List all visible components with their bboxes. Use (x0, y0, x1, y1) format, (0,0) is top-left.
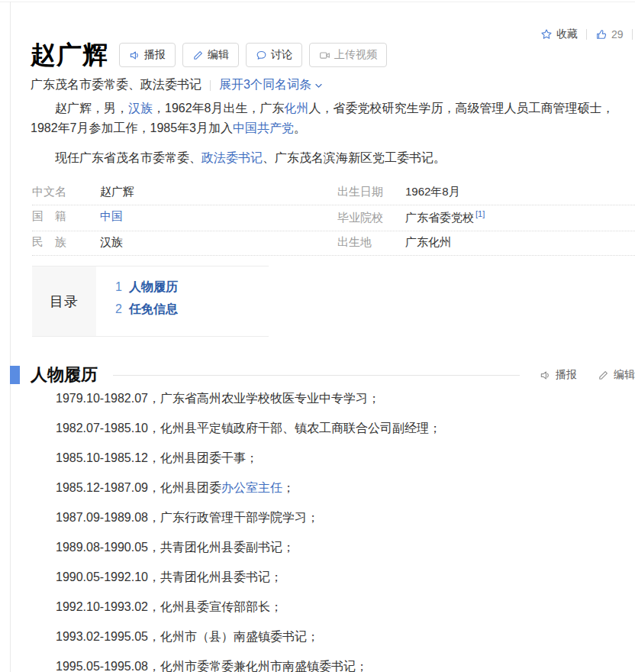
career-list: 1979.10-1982.07，广东省高州农业学校牧医专业中专学习；1982.0… (31, 389, 635, 672)
section-divider (113, 375, 520, 376)
reference-link[interactable]: [1] (475, 209, 485, 218)
pencil-icon (192, 50, 204, 61)
infobox-label: 国 籍 (32, 209, 100, 224)
broadcast-label: 播报 (144, 48, 166, 62)
career-item: 1985.12-1987.09，化州县团委办公室主任； (31, 478, 635, 498)
infobox-label: 民 族 (32, 235, 100, 250)
inline-link[interactable]: 汉族 (128, 102, 153, 115)
infobox-label: 出生地 (337, 235, 405, 250)
section-title: 人物履历 (31, 363, 98, 386)
infobox-value: 汉族 (100, 235, 123, 250)
summary-paragraph-1: 赵广辉，男，汉族，1962年8月出生，广东化州人，省委党校研究生学历，高级管理人… (31, 99, 635, 138)
section-edit-label: 编辑 (614, 368, 635, 382)
subtitle-row: 广东茂名市委常委、政法委书记 展开3个同名词条 (31, 77, 323, 93)
top-action-bar: 收藏 29 (540, 27, 635, 41)
section-marker (10, 366, 20, 384)
thumbs-up-icon (595, 28, 608, 40)
separator (210, 80, 211, 91)
career-item: 1993.02-1995.05，化州市（县）南盛镇委书记； (31, 627, 635, 647)
section-broadcast-button[interactable]: 播报 (540, 368, 577, 382)
section-broadcast-label: 播报 (556, 368, 577, 382)
summary: 赵广辉，男，汉族，1962年8月出生，广东化州人，省委党校研究生学历，高级管理人… (31, 99, 635, 178)
speaker-icon (540, 370, 551, 381)
separator (632, 29, 633, 40)
expand-synonyms-link[interactable]: 展开3个同名词条 (219, 77, 323, 93)
page-title: 赵广辉 (31, 40, 108, 70)
inline-link[interactable]: 办公室主任 (221, 481, 282, 494)
career-item: 1982.07-1985.10，化州县平定镇政府干部、镇农工商联合公司副经理； (31, 418, 635, 438)
upload-video-label: 上传视频 (334, 48, 377, 62)
summary-paragraph-2: 现任广东省茂名市委常委、政法委书记、广东茂名滨海新区党工委书记。 (31, 148, 635, 168)
like-count: 29 (611, 28, 624, 40)
toc-item-career[interactable]: 1 人物履历 (115, 279, 178, 296)
toc-item-label: 任免信息 (129, 302, 178, 318)
star-icon (540, 28, 553, 40)
pencil-icon (598, 370, 609, 381)
infobox-label: 中文名 (32, 185, 100, 199)
title-row: 赵广辉 播报 编辑 讨论 上传视频 (31, 40, 394, 70)
infobox-label: 出生日期 (337, 185, 405, 199)
career-item: 1995.05-1995.08，化州市委常委兼化州市南盛镇委书记； (31, 657, 635, 672)
infobox-row: 民 族 汉族 出生地 广东化州 (32, 231, 635, 256)
infobox-value: 中国 (100, 209, 123, 224)
toc-item-number: 1 (115, 280, 122, 294)
collect-button[interactable]: 收藏 (540, 27, 578, 41)
infobox-row: 国 籍 中国 毕业院校 广东省委党校[1] (32, 205, 635, 231)
infobox-value: 广东化州 (405, 235, 451, 250)
top-border (0, 2, 635, 2)
upload-video-button[interactable]: 上传视频 (309, 43, 387, 67)
discuss-button[interactable]: 讨论 (246, 43, 302, 67)
infobox-row: 中文名 赵广辉 出生日期 1962年8月 (32, 181, 635, 205)
subtitle: 广东茂名市委常委、政法委书记 (31, 77, 201, 93)
broadcast-button[interactable]: 播报 (119, 43, 176, 67)
chat-bubble-icon (256, 50, 267, 61)
infobox-label: 毕业院校 (337, 211, 405, 225)
career-item: 1990.05-1992.10，共青团化州县委书记； (31, 567, 635, 587)
discuss-label: 讨论 (271, 48, 292, 62)
career-item: 1992.10-1993.02，化州县委宣传部部长； (31, 597, 635, 617)
toc-item-label: 人物履历 (129, 279, 178, 296)
edit-label: 编辑 (208, 48, 229, 62)
left-border (10, 2, 11, 672)
separator (586, 29, 587, 40)
table-of-contents: 目录 1 人物履历 2 任免信息 (32, 266, 269, 337)
career-item: 1987.09-1989.08，广东行政管理干部学院学习； (31, 508, 635, 528)
chevron-down-icon (314, 82, 323, 90)
infobox-value: 1962年8月 (405, 185, 460, 199)
video-camera-icon (319, 50, 330, 61)
infobox: 中文名 赵广辉 出生日期 1962年8月 国 籍 中国 毕业院校 广东省委党校[… (32, 181, 635, 256)
toc-item-number: 2 (115, 302, 122, 316)
like-button[interactable]: 29 (595, 28, 624, 40)
toc-item-appointments[interactable]: 2 任免信息 (115, 302, 178, 318)
career-item: 1989.08-1990.05，共青团化州县委副书记； (31, 538, 635, 557)
career-item: 1979.10-1982.07，广东省高州农业学校牧医专业中专学习； (31, 389, 635, 409)
section-header: 人物履历 播报 编辑 (10, 363, 635, 386)
edit-button[interactable]: 编辑 (182, 43, 239, 67)
inline-link[interactable]: 化州 (285, 102, 309, 115)
inline-link[interactable]: 政法委书记 (201, 151, 263, 164)
inline-link[interactable]: 中国共产党 (233, 121, 294, 134)
infobox-value: 赵广辉 (100, 185, 134, 199)
collect-label: 收藏 (556, 27, 578, 41)
expand-synonyms-label: 展开3个同名词条 (219, 77, 311, 93)
infobox-value: 广东省委党校[1] (405, 209, 485, 225)
inline-link[interactable]: 中国 (100, 209, 123, 222)
section-edit-button[interactable]: 编辑 (598, 368, 635, 382)
career-item: 1985.10-1985.12，化州县团委干事； (31, 448, 635, 468)
speaker-icon (129, 50, 140, 61)
toc-title: 目录 (32, 267, 96, 336)
